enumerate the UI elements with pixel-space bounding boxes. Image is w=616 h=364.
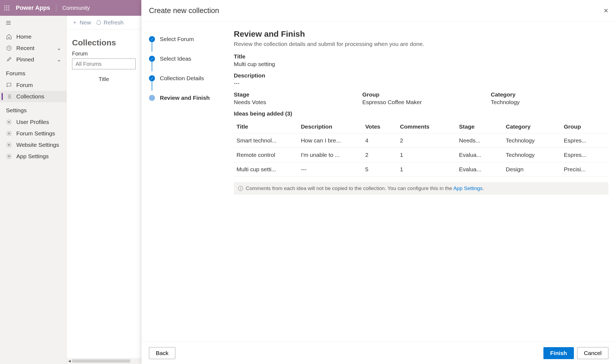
svg-point-2 [8, 5, 10, 7]
app-settings-link[interactable]: App Settings [453, 185, 483, 191]
nav-item-label: Collections [16, 93, 44, 100]
gear-icon [6, 119, 12, 125]
nav-item-app-settings[interactable]: App Settings [0, 151, 66, 162]
nav-collapse-button[interactable] [0, 16, 66, 30]
wizard-step-collection-details[interactable]: ✓Collection Details [149, 69, 234, 88]
kv-group-label: Group [362, 91, 480, 98]
waffle-launcher[interactable] [3, 4, 11, 12]
info-icon: i [238, 186, 243, 191]
mid-table-header-title: Title [67, 73, 141, 85]
home-icon [6, 34, 12, 40]
scrollbar-arrow-left-icon[interactable]: ◀ [67, 359, 72, 363]
clock-icon [6, 45, 12, 51]
wizard-step-select-forum[interactable]: ✓Select Forum [149, 29, 234, 49]
wizard-step-label: Select Ideas [160, 55, 191, 62]
back-button[interactable]: Back [149, 347, 175, 359]
review-content: Review and Finish Review the collection … [234, 22, 616, 342]
nav-settings-header: Settings [0, 102, 66, 115]
col-comments[interactable]: Comments [397, 120, 456, 133]
nav-forums-group: ForumCollections [0, 78, 66, 102]
kv-category-label: Category [491, 91, 608, 98]
cell-comments: 2 [397, 133, 456, 148]
svg-point-4 [6, 7, 7, 8]
mid-toolbar: New Refresh [67, 16, 141, 29]
nav-item-user-profiles[interactable]: User Profiles [0, 116, 66, 128]
nav-item-pinned[interactable]: Pinned⌄ [0, 54, 66, 65]
cell-group: Espres... [561, 148, 608, 162]
finish-button[interactable]: Finish [543, 347, 574, 359]
cell-description: --- [298, 162, 363, 177]
cell-votes: 5 [362, 162, 397, 177]
col-stage[interactable]: Stage [456, 120, 503, 133]
nav-settings-group: User ProfilesForum SettingsWebsite Setti… [0, 115, 66, 162]
cell-category: Technology [503, 133, 561, 148]
kv-group: Group Espresso Coffee Maker [362, 91, 480, 105]
wizard-nav: ✓Select Forum✓Select Ideas✓Collection De… [141, 22, 234, 342]
chat-icon [6, 82, 12, 88]
cancel-button[interactable]: Cancel [577, 347, 608, 359]
cell-title: Smart technol... [234, 133, 298, 148]
nav-item-collections[interactable]: Collections [0, 91, 66, 102]
kv-category: Category Technology [491, 91, 608, 105]
svg-point-19 [8, 121, 10, 123]
refresh-button[interactable]: Refresh [96, 19, 124, 26]
table-row[interactable]: Multi cup setti...---51Evalua...DesignPr… [234, 162, 608, 177]
review-heading: Review and Finish [234, 29, 608, 39]
community-label[interactable]: Community [62, 5, 90, 11]
mid-column: New Refresh Collections Forum Title ◀ [67, 16, 141, 364]
nav-item-label: App Settings [16, 153, 49, 160]
nav-item-forum-settings[interactable]: Forum Settings [0, 128, 66, 139]
wizard-step-review-and-finish[interactable]: Review and Finish [149, 88, 234, 108]
cell-title: Multi cup setti... [234, 162, 298, 177]
mid-title: Collections [67, 29, 141, 51]
panel-title: Create new collection [149, 7, 219, 15]
cell-comments: 1 [397, 148, 456, 162]
cell-category: Design [503, 162, 561, 177]
cell-stage: Evalua... [456, 148, 503, 162]
col-group[interactable]: Group [561, 120, 608, 133]
forum-picker-label: Forum [67, 51, 141, 57]
col-category[interactable]: Category [503, 120, 561, 133]
nav-item-label: Recent [16, 45, 35, 51]
wizard-step-select-ideas[interactable]: ✓Select Ideas [149, 49, 234, 69]
scrollbar-thumb[interactable] [72, 359, 130, 363]
mid-horizontal-scrollbar[interactable]: ◀ [67, 358, 141, 364]
cell-comments: 1 [397, 162, 456, 177]
nav-item-home[interactable]: Home [0, 31, 66, 42]
svg-point-7 [6, 10, 7, 11]
info-note: i Comments from each idea will not be co… [234, 182, 608, 195]
cell-votes: 2 [362, 148, 397, 162]
table-row[interactable]: Remote controlI'm unable to ...21Evalua.… [234, 148, 608, 162]
kv-title-label: Title [234, 53, 608, 60]
chevron-down-icon: ⌄ [57, 45, 61, 51]
svg-point-20 [8, 133, 10, 134]
topbar-divider [56, 4, 56, 12]
svg-point-22 [8, 155, 10, 157]
table-row[interactable]: Smart technol...How can I bre...42Needs.… [234, 133, 608, 148]
wizard-step-label: Select Forum [160, 36, 194, 42]
pin-icon [6, 57, 12, 63]
cell-description: How can I bre... [298, 133, 363, 148]
panel-footer: Back Finish Cancel [141, 342, 616, 364]
col-description[interactable]: Description [298, 120, 363, 133]
nav-item-label: Website Settings [16, 142, 59, 148]
gear-icon [6, 142, 12, 148]
nav-item-recent[interactable]: Recent⌄ [0, 42, 66, 54]
nav-forums-header: Forums [0, 65, 66, 78]
step-check-icon: ✓ [149, 36, 155, 42]
svg-point-21 [8, 144, 10, 146]
cell-stage: Evalua... [456, 162, 503, 177]
nav-item-website-settings[interactable]: Website Settings [0, 139, 66, 151]
forum-picker-input[interactable] [72, 58, 136, 69]
close-icon[interactable]: ✕ [603, 7, 608, 14]
kv-stage-value: Needs Votes [234, 99, 351, 105]
nav-item-label: Forum Settings [16, 130, 55, 137]
col-votes[interactable]: Votes [362, 120, 397, 133]
col-title[interactable]: Title [234, 120, 298, 133]
cell-title: Remote control [234, 148, 298, 162]
nav-item-forum[interactable]: Forum [0, 79, 66, 91]
note-suffix: . [483, 185, 484, 191]
new-button[interactable]: New [72, 19, 91, 26]
create-collection-panel: Create new collection ✕ ✓Select Forum✓Se… [141, 0, 616, 364]
kv-stage-label: Stage [234, 91, 351, 98]
